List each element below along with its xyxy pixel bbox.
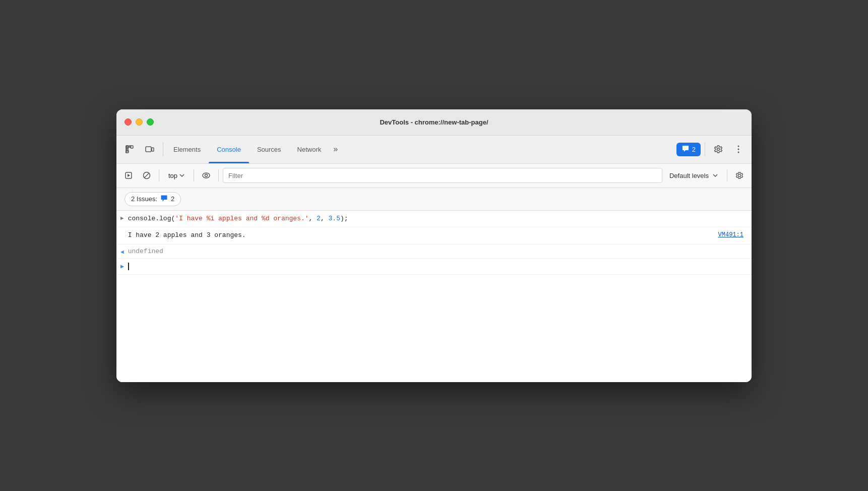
console-toolbar: top Default levels [116, 164, 752, 188]
svg-point-5 [738, 146, 739, 147]
console-output-row: ▶ I have 2 apples and 3 oranges. VM491:1 [116, 227, 752, 244]
clear-errors-button[interactable] [139, 167, 155, 183]
toolbar-sep-2 [194, 169, 194, 181]
more-options-icon[interactable] [729, 140, 748, 158]
console-output-content: I have 2 apples and 3 oranges. [128, 230, 748, 241]
filter-input[interactable] [223, 168, 662, 183]
live-expressions-icon[interactable] [198, 167, 214, 183]
log-code-prefix: console.log( [128, 215, 175, 222]
issues-badge-icon [681, 145, 690, 154]
log-num-arg-2: 3.5 [329, 215, 340, 222]
maximize-button[interactable] [147, 118, 154, 126]
output-text: I have 2 apples and 3 oranges. [128, 231, 246, 239]
console-undefined-row: ◀ undefined [116, 244, 752, 259]
more-tabs-button[interactable]: » [329, 140, 342, 158]
issues-badge-count: 2 [692, 146, 696, 153]
svg-point-12 [203, 173, 210, 178]
tabbar: Elements Console Sources Network » 2 [116, 136, 752, 164]
close-button[interactable] [125, 118, 132, 126]
devtools-window: DevTools - chrome://new-tab-page/ Elemen… [116, 109, 752, 382]
log-string-arg: 'I have %i apples and %d oranges.' [175, 215, 308, 222]
toolbar-sep-4 [727, 169, 727, 181]
console-log-row: ▶ console.log('I have %i apples and %d o… [116, 211, 752, 228]
log-comma-1: , [309, 215, 317, 222]
console-settings-icon[interactable] [731, 167, 748, 183]
log-code-suffix: ); [340, 215, 348, 222]
issues-badge-button[interactable]: 2 [676, 143, 701, 156]
svg-marker-9 [128, 174, 130, 177]
undefined-value: undefined [128, 248, 163, 255]
svg-rect-4 [152, 148, 154, 151]
inspect-element-icon[interactable] [120, 140, 139, 158]
issues-pill-count: 2 [171, 195, 174, 203]
issues-pill-button[interactable]: 2 Issues: 2 [125, 192, 181, 206]
vm-link[interactable]: VM491:1 [718, 231, 743, 238]
console-log-content: console.log('I have %i apples and %d ora… [128, 214, 748, 224]
tabbar-right: 2 [676, 140, 748, 158]
console-output: ▶ console.log('I have %i apples and %d o… [116, 211, 752, 382]
tab-console[interactable]: Console [209, 135, 249, 163]
context-selector[interactable]: top [163, 170, 190, 181]
svg-rect-2 [131, 146, 133, 148]
device-toggle-icon[interactable] [141, 140, 159, 158]
svg-point-7 [738, 152, 739, 153]
return-arrow: ◀ [120, 248, 124, 255]
issues-pill-icon [160, 195, 168, 204]
tab-sources[interactable]: Sources [249, 135, 289, 163]
context-label: top [168, 172, 177, 179]
default-levels-button[interactable]: Default levels [664, 170, 723, 181]
tab-separator-1 [163, 142, 163, 156]
log-num-arg-1: 2 [317, 215, 321, 222]
log-comma-2: , [321, 215, 329, 222]
window-title: DevTools - chrome://new-tab-page/ [380, 118, 488, 126]
console-input-row[interactable]: ▶ [116, 259, 752, 275]
tab-separator-2 [705, 142, 705, 156]
expand-arrow[interactable]: ▶ [120, 214, 124, 221]
console-cursor [128, 263, 129, 270]
tab-network[interactable]: Network [289, 135, 330, 163]
run-script-button[interactable] [120, 167, 137, 183]
minimize-button[interactable] [136, 118, 143, 126]
issues-bar: 2 Issues: 2 [116, 188, 752, 211]
toolbar-sep-3 [218, 169, 219, 181]
svg-point-6 [738, 149, 739, 150]
issues-prefix: 2 Issues: [131, 195, 157, 203]
settings-icon[interactable] [709, 140, 727, 158]
output-indent: ▶ [120, 230, 124, 238]
svg-point-13 [205, 174, 208, 177]
traffic-lights [125, 118, 154, 126]
input-prompt-arrow: ▶ [120, 263, 124, 270]
tab-elements[interactable]: Elements [165, 135, 209, 163]
svg-rect-3 [146, 147, 151, 152]
titlebar: DevTools - chrome://new-tab-page/ [116, 109, 752, 136]
svg-line-11 [145, 173, 149, 178]
toolbar-sep-1 [159, 169, 159, 181]
